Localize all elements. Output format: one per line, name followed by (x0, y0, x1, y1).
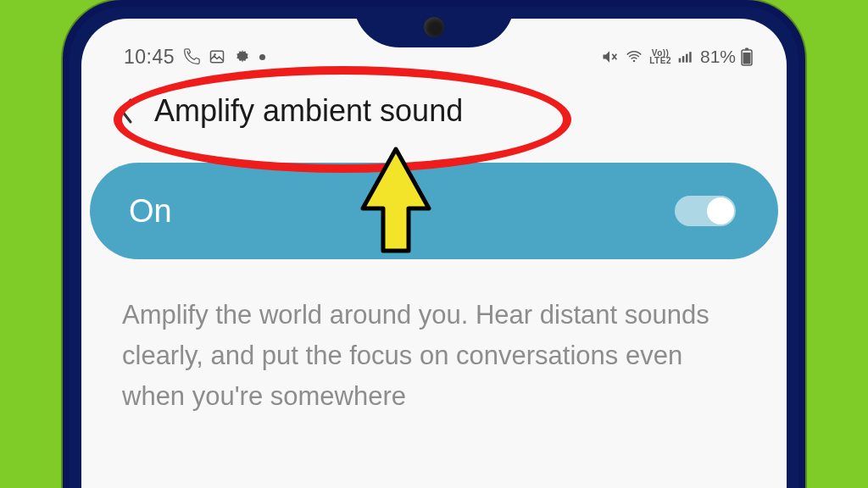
phone-frame: 10:45 Vo)) (63, 0, 805, 488)
image-icon (209, 48, 225, 65)
screen: 10:45 Vo)) (81, 19, 787, 488)
page-title: Amplify ambient sound (154, 93, 463, 129)
signal-icon (676, 48, 695, 65)
feature-description: Amplify the world around you. Hear dista… (81, 259, 787, 417)
toggle-switch[interactable] (675, 196, 736, 226)
master-toggle-bar[interactable]: On (90, 163, 778, 259)
svg-rect-6 (682, 56, 685, 63)
svg-rect-11 (745, 48, 748, 51)
svg-point-1 (214, 53, 216, 56)
back-button[interactable] (114, 94, 139, 128)
svg-rect-10 (743, 53, 751, 64)
svg-rect-8 (689, 52, 692, 62)
wifi-icon (624, 48, 644, 65)
svg-point-4 (633, 60, 636, 63)
voice-call-icon (183, 48, 200, 65)
battery-icon (741, 47, 753, 66)
page-header: Amplify ambient sound (81, 76, 787, 152)
svg-rect-5 (679, 58, 682, 63)
svg-rect-7 (686, 54, 688, 63)
battery-percent: 81% (700, 47, 736, 67)
toggle-label: On (129, 193, 172, 230)
status-dot-icon (259, 54, 265, 60)
svg-rect-0 (211, 51, 224, 62)
gear-icon (234, 48, 251, 65)
chevron-left-icon (119, 98, 134, 124)
mute-icon (600, 48, 619, 65)
status-time: 10:45 (124, 46, 175, 69)
phone-notch (353, 2, 515, 47)
network-label: Vo)) LTE2 (649, 49, 671, 64)
